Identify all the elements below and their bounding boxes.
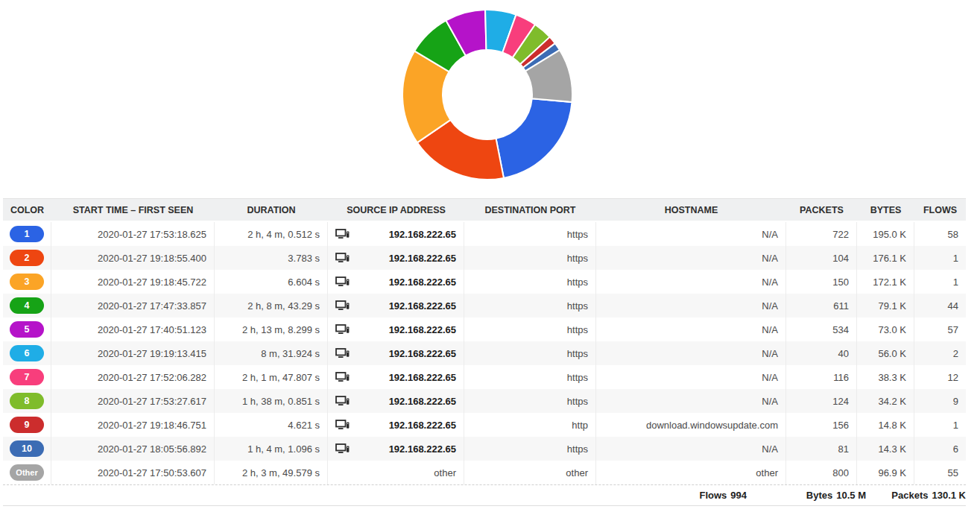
table-row: 9 2020-01-27 19:18:46.751 4.621 s 192.16… [3, 413, 966, 437]
start-time-cell: 2020-01-27 17:53:27.617 [51, 389, 215, 413]
source-ip: 192.168.222.65 [389, 300, 456, 312]
hostname-cell: N/A [596, 246, 786, 270]
destination-port-cell: https [464, 270, 596, 294]
color-cell: 2 [3, 246, 51, 270]
rank-badge: 5 [10, 321, 44, 338]
footer-packets-value: 130.1 K [932, 490, 966, 501]
start-time-cell: 2020-01-27 17:40:51.123 [51, 317, 215, 341]
source-ip-cell: 192.168.222.65 [328, 413, 464, 437]
destination-port-cell: https [464, 246, 596, 270]
source-ip: 192.168.222.65 [389, 277, 456, 288]
host-device-icon [335, 443, 350, 455]
bytes-cell: 14.8 K [857, 413, 914, 437]
hostname-cell: N/A [596, 389, 786, 413]
start-time-cell: 2020-01-27 19:19:13.415 [51, 341, 215, 365]
start-time-cell: 2020-01-27 17:47:33.857 [51, 294, 215, 317]
source-ip: 192.168.222.65 [389, 420, 456, 431]
table-row: Other 2020-01-27 17:50:53.607 2 h, 3 m, … [3, 461, 966, 484]
footer-flows-total: Flows994 [3, 490, 747, 501]
packets-cell: 722 [786, 222, 857, 246]
packets-cell: 124 [786, 389, 857, 413]
packets-cell: 800 [786, 461, 857, 484]
bytes-cell: 96.9 K [857, 461, 914, 484]
color-cell: 4 [3, 294, 51, 317]
source-ip-cell: 192.168.222.65 [328, 317, 464, 341]
footer-flows-value: 994 [730, 490, 747, 501]
host-device-icon [335, 277, 350, 288]
bytes-cell: 38.3 K [857, 365, 914, 389]
rank-badge: 9 [10, 417, 44, 433]
source-ip-cell: 192.168.222.65 [328, 294, 464, 317]
packets-cell: 116 [786, 365, 857, 389]
duration-cell: 2 h, 3 m, 49.579 s [215, 461, 328, 484]
flows-cell: 9 [914, 389, 966, 413]
footer-bytes-value: 10.5 M [836, 490, 866, 501]
column-header-start: START TIME – FIRST SEEN [51, 199, 215, 221]
source-ip: 192.168.222.65 [389, 348, 456, 359]
source-ip-cell: 192.168.222.65 [328, 365, 464, 389]
start-time-cell: 2020-01-27 19:18:55.400 [51, 246, 215, 270]
color-cell: 3 [3, 270, 51, 294]
source-ip-cell: 192.168.222.65 [328, 389, 464, 413]
rank-badge: 4 [10, 297, 44, 314]
packets-cell: 40 [786, 341, 857, 365]
host-device-icon [335, 229, 350, 240]
destination-port-cell: https [464, 294, 596, 317]
host-device-icon [335, 348, 350, 359]
hostname-cell: N/A [596, 437, 786, 461]
bytes-cell: 56.0 K [857, 341, 914, 365]
source-ip-cell: other [328, 461, 464, 484]
source-ip-cell: 192.168.222.65 [328, 437, 464, 461]
flows-cell: 55 [914, 461, 966, 484]
host-device-icon [335, 300, 350, 312]
packets-cell: 104 [786, 246, 857, 270]
bytes-cell: 73.0 K [857, 317, 914, 341]
destination-port-cell: https [464, 437, 596, 461]
bytes-cell: 195.0 K [857, 222, 914, 246]
color-cell: 1 [3, 222, 51, 246]
table-row: 3 2020-01-27 19:18:45.722 6.604 s 192.16… [3, 270, 966, 294]
start-time-cell: 2020-01-27 17:50:53.607 [51, 461, 215, 484]
donut-slice-1[interactable] [496, 98, 572, 178]
color-cell: 7 [3, 365, 51, 389]
table-footer-row: Flows994 Bytes10.5 M Packets130.1 K [3, 484, 966, 506]
flows-table: COLORSTART TIME – FIRST SEENDURATIONSOUR… [3, 198, 966, 506]
footer-packets-total: Packets130.1 K [866, 490, 966, 501]
flows-cell: 1 [914, 413, 966, 437]
column-header-hostname: HOSTNAME [596, 199, 786, 221]
packets-cell: 534 [786, 317, 857, 341]
column-header-packets: PACKETS [786, 199, 857, 221]
rank-badge: 2 [10, 250, 44, 266]
host-device-icon [335, 253, 350, 264]
bytes-cell: 79.1 K [857, 294, 914, 317]
column-header-bytes: BYTES [857, 199, 914, 221]
column-header-dest-port: DESTINATION PORT [464, 199, 596, 221]
table-row: 10 2020-01-27 18:05:56.892 1 h, 4 m, 1.0… [3, 437, 966, 461]
host-device-icon [335, 396, 350, 407]
duration-cell: 2 h, 4 m, 0.512 s [215, 222, 328, 246]
destination-port-cell: https [464, 341, 596, 365]
column-header-source-ip: SOURCE IP ADDRESS [328, 199, 464, 221]
packets-cell: 150 [786, 270, 857, 294]
flows-cell: 6 [914, 437, 966, 461]
flows-cell: 1 [914, 270, 966, 294]
bytes-cell: 172.1 K [857, 270, 914, 294]
flows-cell: 57 [914, 317, 966, 341]
hostname-cell: N/A [596, 341, 786, 365]
bytes-cell: 14.3 K [857, 437, 914, 461]
top-flows-donut-chart [402, 9, 573, 180]
source-ip: 192.168.222.65 [389, 396, 456, 407]
start-time-cell: 2020-01-27 18:05:56.892 [51, 437, 215, 461]
duration-cell: 2 h, 13 m, 8.299 s [215, 317, 328, 341]
destination-port-cell: other [464, 461, 596, 484]
color-cell: 5 [3, 317, 51, 341]
hostname-cell: download.windowsupdate.com [596, 413, 786, 437]
bytes-cell: 34.2 K [857, 389, 914, 413]
hostname-cell: N/A [596, 294, 786, 317]
source-ip: 192.168.222.65 [389, 229, 456, 240]
duration-cell: 8 m, 31.924 s [215, 341, 328, 365]
flows-cell: 12 [914, 365, 966, 389]
column-header-flows: FLOWS [914, 199, 966, 221]
source-ip-cell: 192.168.222.65 [328, 270, 464, 294]
destination-port-cell: http [464, 413, 596, 437]
